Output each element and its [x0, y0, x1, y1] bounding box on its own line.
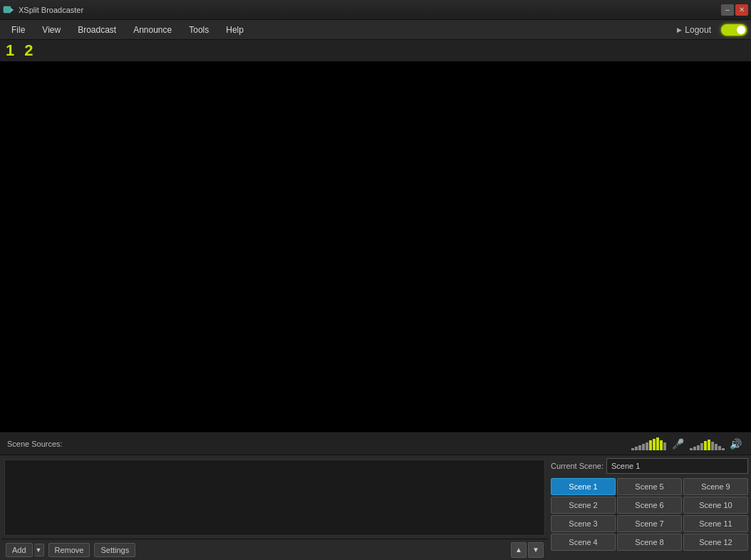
window-controls: – ✕ [721, 4, 748, 16]
scene-button-scene-4[interactable]: Scene 4 [551, 534, 616, 551]
scenes-grid: Scene 1Scene 5Scene 9Scene 2Scene 6Scene… [551, 478, 748, 551]
bottom-panel: Scene Sources: 🎤 🔊 Add ▼ Remove [0, 432, 751, 560]
scene-button-scene-3[interactable]: Scene 3 [551, 515, 616, 532]
add-button[interactable]: Add [6, 543, 33, 557]
current-scene-label: Current Scene: [551, 462, 604, 470]
volume-bars-left [631, 437, 666, 450]
scene-button-scene-11[interactable]: Scene 11 [683, 515, 748, 532]
scene-button-scene-5[interactable]: Scene 5 [617, 478, 682, 495]
content-area: Add ▼ Remove Settings ▲ ▼ Current Scene: [0, 455, 751, 560]
current-scene-input[interactable] [606, 458, 748, 474]
scene-button-scene-9[interactable]: Scene 9 [683, 478, 748, 495]
menu-broadcast[interactable]: Broadcast [71, 22, 123, 38]
scene-button-scene-12[interactable]: Scene 12 [683, 534, 748, 551]
svg-marker-1 [11, 8, 14, 12]
status-bar: Scene Sources: 🎤 🔊 [0, 432, 751, 455]
sources-list [4, 460, 545, 536]
scene-button-scene-1[interactable]: Scene 1 [551, 478, 616, 495]
logout-area: Logout [671, 23, 747, 37]
svg-rect-0 [4, 6, 11, 13]
scene-sources-label: Scene Sources: [7, 440, 628, 448]
scene-button-scene-7[interactable]: Scene 7 [617, 515, 682, 532]
move-buttons: ▲ ▼ [511, 542, 544, 558]
current-scene-row: Current Scene: [551, 458, 748, 474]
close-button[interactable]: ✕ [735, 4, 748, 16]
scenes-panel: Current Scene: Scene 1Scene 5Scene 9Scen… [548, 455, 751, 560]
tab-1[interactable]: 1 [6, 40, 14, 61]
menu-announce[interactable]: Announce [126, 22, 179, 38]
tab-area: 1 2 [0, 40, 751, 61]
sources-toolbar: Add ▼ Remove Settings ▲ ▼ [1, 539, 548, 560]
add-dropdown-button[interactable]: ▼ [34, 544, 44, 556]
app-icon [3, 4, 14, 16]
settings-button[interactable]: Settings [94, 543, 135, 557]
title-bar: XSplit Broadcaster – ✕ [0, 0, 751, 20]
move-down-button[interactable]: ▼ [528, 542, 544, 558]
volume-bars-right [690, 437, 725, 450]
speaker-icon[interactable]: 🔊 [730, 438, 742, 450]
menu-view[interactable]: View [35, 22, 68, 38]
broadcast-toggle[interactable] [721, 24, 747, 36]
menu-file[interactable]: File [4, 22, 32, 38]
scene-button-scene-10[interactable]: Scene 10 [683, 497, 748, 514]
window-title: XSplit Broadcaster [19, 6, 721, 14]
move-up-button[interactable]: ▲ [511, 542, 527, 558]
preview-area [0, 61, 751, 432]
menu-tools[interactable]: Tools [182, 22, 216, 38]
menu-help[interactable]: Help [219, 22, 251, 38]
remove-button[interactable]: Remove [48, 543, 90, 557]
logout-button[interactable]: Logout [671, 23, 717, 37]
scene-button-scene-6[interactable]: Scene 6 [617, 497, 682, 514]
minimize-button[interactable]: – [721, 4, 734, 16]
scene-button-scene-8[interactable]: Scene 8 [617, 534, 682, 551]
menu-bar: File View Broadcast Announce Tools Help … [0, 20, 751, 40]
scene-button-scene-2[interactable]: Scene 2 [551, 497, 616, 514]
tab-2[interactable]: 2 [24, 40, 33, 61]
microphone-icon[interactable]: 🎤 [672, 438, 684, 450]
